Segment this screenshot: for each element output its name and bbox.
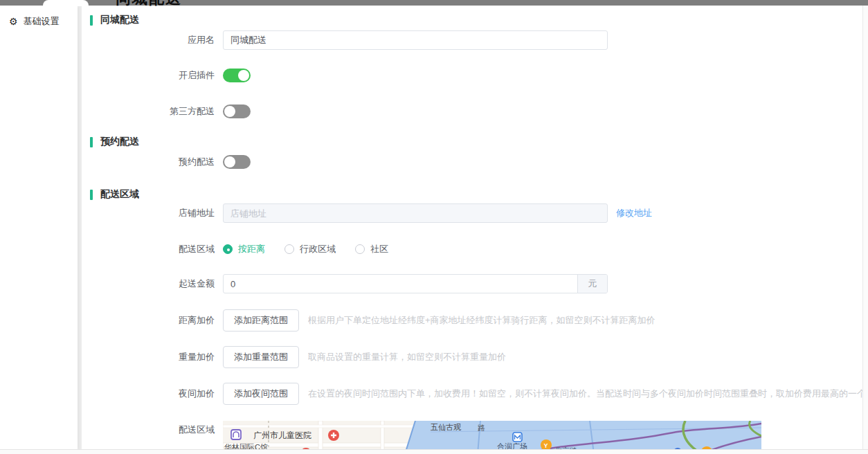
radio-community[interactable]: 社区	[355, 243, 388, 255]
toggle-knob	[224, 106, 235, 117]
add-night-range-button[interactable]: 添加夜间范围	[223, 383, 299, 405]
delivery-area-map[interactable]: 华林国际C馆 广州市儿童医院 五仙古观 路 合润广场 Y 北京路 Y	[223, 421, 761, 450]
night-fee-help: 在设置的夜间时间范围内下单，加收费用！如留空，则不计算夜间加价。当配送时间与多个…	[308, 383, 864, 405]
radio-icon	[284, 244, 294, 254]
night-fee-label: 夜间加价	[82, 383, 215, 405]
app-name-input[interactable]	[223, 30, 608, 50]
third-party-toggle[interactable]	[223, 105, 251, 118]
distance-fee-label: 距离加价	[82, 309, 215, 332]
map-area-label: 配送区域	[82, 424, 215, 435]
add-distance-range-button[interactable]: 添加距离范围	[223, 309, 299, 332]
section-header-city-delivery: 同城配送	[90, 14, 139, 26]
min-amount-field: 元	[223, 274, 608, 293]
min-amount-unit: 元	[577, 275, 607, 293]
radio-label: 按距离	[238, 243, 265, 255]
section-accent-bar	[90, 15, 93, 26]
gear-icon: ⚙	[9, 17, 18, 27]
section-accent-bar	[90, 137, 93, 147]
section-header-reserve-delivery: 预约配送	[90, 136, 139, 148]
add-weight-range-button[interactable]: 添加重量范围	[223, 346, 299, 368]
toggle-knob	[224, 156, 235, 167]
map-label-wuxian: 五仙古观	[431, 423, 462, 431]
enable-plugin-label: 开启插件	[82, 69, 215, 82]
section-title: 同城配送	[100, 14, 139, 26]
sidebar: ⚙ 基础设置	[0, 6, 78, 450]
toggle-knob	[238, 70, 249, 81]
radio-admin-region[interactable]: 行政区域	[284, 243, 336, 255]
radio-by-distance[interactable]: 按距离	[223, 243, 265, 255]
min-amount-input[interactable]	[224, 275, 577, 293]
horizontal-scrollbar[interactable]	[0, 449, 868, 454]
reserve-delivery-label: 预约配送	[82, 155, 215, 169]
store-address-label: 店铺地址	[82, 203, 215, 223]
sidebar-item-label: 基础设置	[24, 15, 60, 28]
exhibition-poi-icon	[231, 430, 241, 439]
distance-fee-help: 根据用户下单定位地址经纬度+商家地址经纬度计算骑行距离，如留空则不计算距离加价	[308, 309, 864, 332]
radio-icon	[223, 244, 233, 254]
weight-fee-label: 重量加价	[82, 346, 215, 368]
map-label-road: 路	[478, 424, 485, 432]
section-title: 预约配送	[100, 136, 139, 148]
section-header-delivery-area: 配送区域	[90, 188, 139, 201]
min-amount-label: 起送金额	[82, 274, 215, 293]
radio-label: 行政区域	[300, 243, 336, 255]
settings-panel: 同城配送 应用名 开启插件 第三方配送 预约配送 预约配送 配送区域 店铺地址 …	[82, 6, 868, 450]
section-title: 配送区域	[100, 188, 139, 201]
svg-text:Y: Y	[544, 442, 548, 449]
sidebar-item-basic-settings[interactable]: ⚙ 基础设置	[0, 6, 78, 28]
clipped-page-title: 同城配送	[116, 0, 282, 8]
modify-address-link[interactable]: 修改地址	[616, 203, 652, 223]
radio-icon	[355, 244, 365, 254]
enable-plugin-toggle[interactable]	[223, 69, 251, 82]
app-name-label: 应用名	[82, 30, 215, 50]
vertical-scrollbar[interactable]	[862, 6, 868, 450]
third-party-label: 第三方配送	[82, 105, 215, 118]
page-title: 同城配送	[116, 0, 282, 8]
radio-label: 社区	[370, 243, 388, 255]
map-label-hospital: 广州市儿童医院	[253, 430, 311, 440]
store-address-input	[223, 203, 608, 223]
reserve-delivery-toggle[interactable]	[223, 155, 251, 169]
section-accent-bar	[90, 190, 93, 200]
area-mode-label: 配送区域	[82, 244, 215, 254]
scrolled-tab-notch	[43, 0, 89, 6]
area-mode-radio-group: 按距离 行政区域 社区	[223, 244, 408, 254]
weight-fee-help: 取商品设置的重量计算，如留空则不计算重量加价	[308, 346, 864, 368]
